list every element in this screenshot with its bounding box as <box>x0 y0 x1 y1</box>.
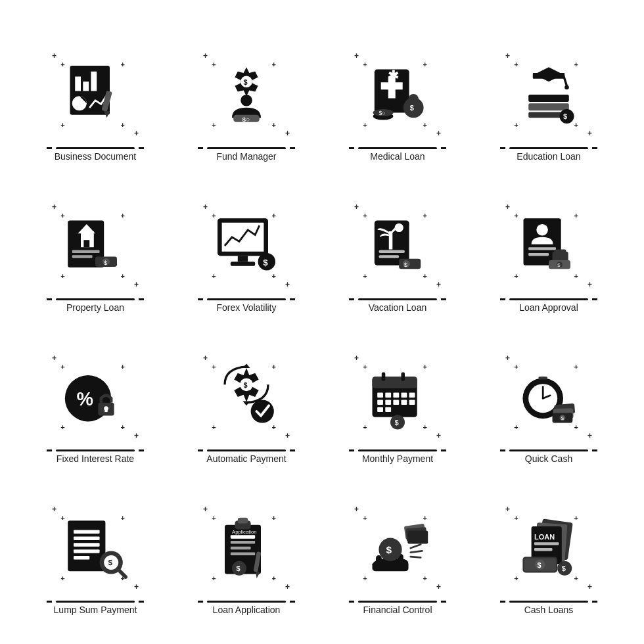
svg-text:+: + <box>121 60 125 68</box>
icon-label-education-loan: Education Loan <box>517 150 580 162</box>
baseline <box>207 601 286 603</box>
baseline <box>56 601 135 603</box>
svg-point-76 <box>395 223 403 232</box>
svg-rect-79 <box>399 259 421 269</box>
baseline <box>509 147 588 149</box>
icon-cell-property-loan: + + + + $ Property Loan <box>23 174 168 319</box>
svg-text:$: $ <box>563 112 567 120</box>
svg-rect-118 <box>373 377 417 388</box>
svg-rect-155 <box>74 530 100 534</box>
svg-rect-126 <box>377 400 383 405</box>
baseline <box>207 449 286 451</box>
svg-rect-130 <box>409 400 415 405</box>
icon-cash-loans: + + + + LOAN $ $ <box>503 502 595 594</box>
icon-vacation-loan: + + + + $ <box>352 200 444 292</box>
icon-label-property-loan: Property Loan <box>66 302 124 313</box>
svg-text:+: + <box>212 120 216 128</box>
svg-text:$: $ <box>244 78 248 85</box>
baseline <box>358 449 437 451</box>
svg-text:+: + <box>272 212 276 219</box>
icon-cell-medical-loan: + + + + ✱ $ $○ Medical <box>325 23 470 168</box>
svg-rect-173 <box>231 541 255 543</box>
svg-line-192 <box>411 557 421 557</box>
baseline <box>509 449 588 451</box>
svg-point-41 <box>564 85 569 90</box>
svg-text:+: + <box>514 363 518 371</box>
baseline <box>56 449 135 451</box>
icon-cell-automatic-payment: + + + + $ Automatic Payment <box>174 325 319 470</box>
svg-text:+: + <box>574 574 578 582</box>
baseline <box>509 601 588 603</box>
svg-text:+: + <box>212 363 216 371</box>
icon-fund-manager: + + + + $ $○ <box>200 49 292 141</box>
svg-rect-89 <box>528 253 549 256</box>
icon-cell-fund-manager: + + + + $ $○ Fund Manager <box>174 23 319 168</box>
svg-text:+: + <box>574 363 578 371</box>
svg-rect-195 <box>407 530 428 543</box>
svg-text:+: + <box>363 212 367 219</box>
svg-text:+: + <box>121 120 125 128</box>
svg-text:$: $ <box>237 564 241 572</box>
icon-label-forex-volatility: Forex Volatility <box>216 302 276 313</box>
icon-cell-loan-approval: + + + + $ Loan Approv <box>476 174 621 319</box>
svg-text:$: $ <box>410 104 414 112</box>
svg-rect-131 <box>377 407 383 412</box>
baseline <box>207 147 286 149</box>
svg-text:+: + <box>363 271 367 279</box>
icon-cell-financial-control: + + + + $ <box>325 476 470 621</box>
svg-rect-159 <box>74 556 89 560</box>
icon-automatic-payment: + + + + $ <box>200 351 292 443</box>
icon-cell-quick-cash: + + + + $ <box>476 325 621 470</box>
svg-rect-184 <box>376 555 382 565</box>
icon-cell-cash-loans: + + + + LOAN $ $ <box>476 476 621 621</box>
svg-text:$: $ <box>537 561 541 569</box>
icon-cell-loan-application: + + + + Application $ <box>174 476 319 621</box>
svg-rect-7 <box>91 72 97 91</box>
svg-text:+: + <box>272 363 276 371</box>
svg-text:+: + <box>423 120 427 128</box>
icon-medical-loan: + + + + ✱ $ $○ <box>352 49 444 141</box>
svg-rect-26 <box>381 82 403 89</box>
svg-rect-128 <box>393 400 399 405</box>
svg-rect-174 <box>231 547 251 549</box>
svg-rect-88 <box>528 247 556 250</box>
svg-text:$: $ <box>561 415 564 421</box>
svg-text:+: + <box>363 60 367 68</box>
svg-text:+: + <box>272 120 276 128</box>
icon-label-fixed-interest-rate: Fixed Interest Rate <box>57 453 134 465</box>
svg-rect-157 <box>74 543 100 547</box>
svg-text:$: $ <box>108 559 112 566</box>
svg-text:+: + <box>60 363 64 371</box>
icon-label-business-document: Business Document <box>55 150 137 162</box>
svg-text:+: + <box>574 212 578 219</box>
svg-text:$○: $○ <box>379 110 385 116</box>
icon-education-loan: + + + + $ <box>503 49 595 141</box>
svg-text:+: + <box>574 271 578 279</box>
icon-label-monthly-payment: Monthly Payment <box>362 453 433 465</box>
baseline <box>358 147 437 149</box>
svg-text:+: + <box>363 514 367 522</box>
svg-text:+: + <box>423 212 427 219</box>
baseline <box>56 147 135 149</box>
svg-text:$: $ <box>562 564 566 572</box>
svg-text:+: + <box>514 212 518 219</box>
svg-line-163 <box>118 570 126 577</box>
svg-text:+: + <box>423 514 427 522</box>
svg-rect-56 <box>72 255 93 258</box>
svg-text:$: $ <box>104 259 107 265</box>
svg-text:+: + <box>212 212 216 219</box>
icon-cell-fixed-interest-rate: + + + + % Fixed Interest Rate <box>23 325 168 470</box>
baseline <box>509 298 588 300</box>
svg-text:+: + <box>121 271 125 279</box>
svg-text:+: + <box>272 60 276 68</box>
svg-text:+: + <box>574 514 578 522</box>
svg-rect-119 <box>382 372 386 380</box>
svg-text:+: + <box>514 574 518 582</box>
svg-rect-132 <box>385 407 391 412</box>
icon-loan-application: + + + + Application $ <box>200 502 292 594</box>
svg-rect-129 <box>402 400 407 405</box>
svg-text:+: + <box>212 574 216 582</box>
svg-text:+: + <box>272 423 276 430</box>
icon-business-document: + + + + <box>49 49 141 141</box>
svg-text:$: $ <box>244 381 248 389</box>
